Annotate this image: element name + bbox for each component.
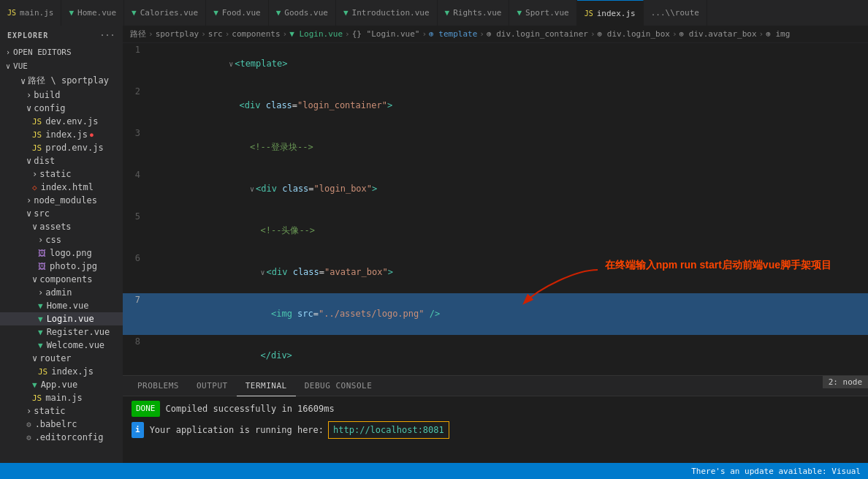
vue-icon: ▼ [69,8,74,18]
app-text: Your application is running here: [150,423,324,437]
sidebar-item-editorconfig[interactable]: ⚙ .editorconfig [0,431,123,444]
tab-introduction-vue[interactable]: ▼ Introduction.vue [336,0,438,26]
tab-food-vue[interactable]: ▼ Food.vue [206,0,269,26]
chevron-down-icon: ∨ [26,156,31,166]
js-file-icon: JS [32,393,42,403]
sidebar-item-dev-env[interactable]: JS dev.env.js [0,115,123,128]
tab-debug-console[interactable]: DEBUG CONSOLE [296,376,381,396]
chevron-down-icon: ∨ [32,274,37,284]
tab-problems[interactable]: PROBLEMS [129,376,188,396]
terminal-tabs: PROBLEMS OUTPUT TERMINAL DEBUG CONSOLE 2… [123,376,868,396]
vue-icon: ▼ [132,8,137,18]
sidebar-item-logo[interactable]: 🖼 logo.png [0,246,123,260]
tab-main-js[interactable]: JS main.js [0,0,61,26]
vue-icon: ▼ [343,8,349,18]
chevron-right-icon: › [38,235,43,245]
sidebar-item-css[interactable]: › css [0,233,123,246]
tab-label: Goods.vue [284,8,328,18]
tab-sport-vue[interactable]: ▼ Sport.vue [509,0,576,26]
chevron-down-icon: ∨ [6,62,10,70]
terminal-content[interactable]: DONE Compiled successfully in 16609ms i … [123,396,868,463]
compile-text: Compiled successfully in 16609ms [166,401,335,416]
chevron-right-icon: › [26,195,31,205]
sidebar-item-register-vue[interactable]: ▼ Register.vue [0,325,123,339]
tab-route[interactable]: ...\\route [644,0,707,26]
code-line: 6 ∨<div class="avatar_box"> [123,252,868,293]
sidebar-item-index-html[interactable]: ◇ index.html [0,181,123,194]
chevron-right-icon: › [6,48,10,56]
explorer-header: EXPLORER ··· [0,26,123,45]
config-file-icon: ⚙ [26,420,31,429]
compile-line: DONE Compiled successfully in 16609ms [132,401,859,417]
sidebar-item-config-index[interactable]: JS index.js ● [0,128,123,141]
image-file-icon: 🖼 [38,262,46,271]
sidebar-item-admin[interactable]: › admin [0,286,123,299]
vue-file-icon: ▼ [38,341,43,350]
sidebar-item-src[interactable]: ∨ src [0,207,123,220]
tab-output[interactable]: OUTPUT [188,376,237,396]
sidebar-item-login-vue[interactable]: ▼ Login.vue [0,312,123,325]
sidebar-item-static-dist[interactable]: › static [0,167,123,181]
sidebar-item-components[interactable]: ∨ components [0,273,123,286]
vue-icon: ▼ [445,8,450,18]
vue-icon: ▼ [276,8,281,18]
sidebar-section-open-editors[interactable]: › OPEN EDITORS [0,45,123,59]
sidebar-item-prod-env[interactable]: JS prod.env.js [0,141,123,154]
sidebar-item-home-vue[interactable]: ▼ Home.vue [0,299,123,312]
error-dot: ● [90,132,94,138]
tabs-bar: JS main.js ▼ Home.vue ▼ Calories.vue ▼ F… [0,0,868,26]
vue-file-icon: ▼ [38,328,43,337]
code-line: 1 ∨<template> [123,43,868,85]
sidebar-item-router[interactable]: ∨ router [0,352,123,365]
js-icon: JS [585,10,593,18]
vue-icon: ▼ [517,8,522,18]
vue-file-icon: ▼ [38,301,43,311]
js-file-icon: JS [32,117,42,127]
status-bar: There's an update available: Visual [0,463,868,479]
tab-label: Food.vue [222,8,261,18]
app-url-line: i Your application is running here: http… [132,421,859,439]
tab-index-js[interactable]: JS index.js [577,0,644,26]
sidebar-item-assets[interactable]: ∨ assets [0,220,123,233]
sidebar-item-photo[interactable]: 🖼 photo.jpg [0,260,123,273]
tab-label: Sport.vue [525,8,569,18]
sidebar-item-main-js[interactable]: JS main.js [0,391,123,404]
html-file-icon: ◇ [32,183,37,192]
tab-label: Rights.vue [453,8,501,18]
sidebar-item-babelrc[interactable]: ⚙ .babelrc [0,418,123,431]
terminal-panel: PROBLEMS OUTPUT TERMINAL DEBUG CONSOLE 2… [123,375,868,463]
tab-rights-vue[interactable]: ▼ Rights.vue [438,0,510,26]
sidebar-item-sportplay[interactable]: ∨ 路径 \ sportplay [0,73,123,88]
editor-area: 路径 › sportplay › src › components › ▼ Lo… [123,26,868,463]
tab-calories-vue[interactable]: ▼ Calories.vue [124,0,206,26]
chevron-right-icon: › [32,169,37,179]
tab-terminal[interactable]: TERMINAL [237,376,296,396]
vue-file-icon: ▼ [38,314,43,324]
sidebar-item-welcome-vue[interactable]: ▼ Welcome.vue [0,339,123,352]
sidebar-item-node-modules[interactable]: › node_modules [0,194,123,207]
sidebar-item-config[interactable]: ∨ config [0,102,123,115]
sidebar-section-vue[interactable]: ∨ VUE [0,59,123,73]
breadcrumb: 路径 › sportplay › src › components › ▼ Lo… [123,26,868,43]
chevron-right-icon: › [26,90,31,100]
tab-goods-vue[interactable]: ▼ Goods.vue [269,0,336,26]
tab-label: ...\\route [651,8,699,18]
done-badge: DONE [132,401,160,417]
sidebar-item-static[interactable]: › static [0,404,123,418]
sidebar-item-build[interactable]: › build [0,88,123,102]
code-line: 4 ∨<div class="login_box"> [123,168,868,210]
node-label: 2: node [823,376,868,388]
code-lines: 1 ∨<template> 2 <div class="login_contai… [123,43,868,375]
js-file-icon: JS [38,367,47,377]
tab-home-vue[interactable]: ▼ Home.vue [61,0,124,26]
code-editor[interactable]: 1 ∨<template> 2 <div class="login_contai… [123,43,868,375]
sidebar-item-router-index[interactable]: JS index.js [0,365,123,378]
chevron-down-icon: ∨ [32,222,37,232]
app-url[interactable]: http://localhost:8081 [328,421,449,439]
image-file-icon: 🖼 [38,249,46,258]
chevron-right-icon: › [26,406,31,416]
js-icon: JS [7,9,16,17]
code-line: 5 <!--头像--> [123,210,868,252]
sidebar-item-dist[interactable]: ∨ dist [0,154,123,167]
sidebar-item-app-vue[interactable]: ▼ App.vue [0,378,123,391]
